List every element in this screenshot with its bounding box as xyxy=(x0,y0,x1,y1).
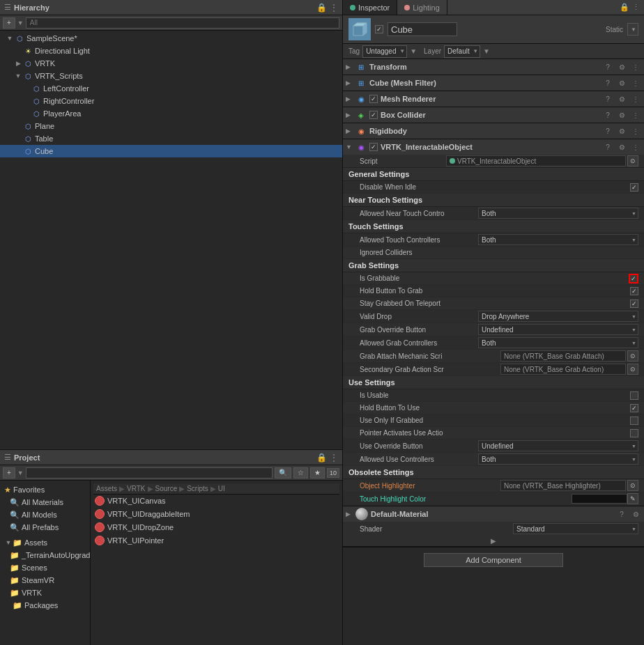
steamvr-folder-item[interactable]: 📁 SteamVR xyxy=(1,574,89,586)
tree-item-cube[interactable]: ▶ ⬡ Cube xyxy=(0,145,342,157)
rigidbody-more-icon[interactable]: ⋮ xyxy=(630,125,641,137)
all-models-item[interactable]: 🔍 All Models xyxy=(1,508,89,521)
asset-item-uidraggable[interactable]: VRTK_UIDraggableItem xyxy=(93,508,339,520)
proj-more-icon[interactable]: ⋮ xyxy=(330,453,338,463)
add-button[interactable]: + xyxy=(3,17,15,29)
boxcollider-header[interactable]: ▶ ◈ Box Collider ? ⚙ ⋮ xyxy=(343,107,644,123)
material-expand-icon[interactable]: ▶ xyxy=(491,537,496,545)
near-touch-dropdown[interactable]: Both xyxy=(478,208,638,219)
project-search[interactable] xyxy=(26,467,273,479)
vrtk-interactable-header[interactable]: ▼ ◉ VRTK_InteractableObject ? ⚙ ⋮ xyxy=(343,139,644,155)
tree-item-dirlight[interactable]: ▶ ☀ Directional Light xyxy=(0,45,342,57)
pointer-activates-checkbox[interactable] xyxy=(630,429,638,437)
eyedropper-btn[interactable]: ✎ xyxy=(627,493,638,504)
tab-inspector[interactable]: Inspector xyxy=(343,0,397,15)
touch-dropdown[interactable]: Both xyxy=(478,234,638,245)
is-grabbable-checkbox[interactable] xyxy=(629,274,638,283)
transform-question-icon[interactable]: ? xyxy=(602,61,613,72)
rigidbody-question-icon[interactable]: ? xyxy=(602,125,613,137)
proj-star-btn[interactable]: ★ xyxy=(310,467,325,479)
tree-item-rightcontroller[interactable]: ▶ ⬡ RightController xyxy=(0,95,342,107)
object-name-input[interactable] xyxy=(388,22,457,36)
tree-item-vrtk-scripts[interactable]: ▼ ⬡ VRTK_Scripts xyxy=(0,70,342,82)
asset-item-uicanvas[interactable]: VRTK_UICanvas xyxy=(93,495,339,507)
allowed-use-dropdown[interactable]: Both xyxy=(478,453,638,465)
use-override-dropdown[interactable]: Undefined xyxy=(478,440,638,451)
breadcrumb-scripts[interactable]: Scripts xyxy=(187,485,208,492)
assets-folder-item[interactable]: ▼ 📁 Assets xyxy=(1,536,89,549)
scenes-folder-item[interactable]: 📁 Scenes xyxy=(1,561,89,574)
vrtk-more-icon[interactable]: ⋮ xyxy=(630,141,641,153)
proj-search-btn[interactable]: 🔍 xyxy=(275,467,291,479)
asset-item-uipointer[interactable]: VRTK_UIPointer xyxy=(93,534,339,547)
lock-icon[interactable]: 🔒 xyxy=(316,3,327,13)
vrtk-checkbox[interactable] xyxy=(369,143,378,151)
object-enabled-checkbox[interactable] xyxy=(375,25,383,33)
transform-header[interactable]: ▶ ⊞ Transform ? ⚙ ⋮ xyxy=(343,59,644,75)
tab-lighting[interactable]: Lighting xyxy=(397,0,447,15)
favorites-item[interactable]: ★ Favorites xyxy=(1,483,89,496)
proj-filter-btn[interactable]: ☆ xyxy=(293,467,308,479)
material-settings-icon[interactable]: ⚙ xyxy=(630,508,641,520)
boxcollider-question-icon[interactable]: ? xyxy=(602,109,613,121)
hold-button-use-checkbox[interactable] xyxy=(630,404,638,412)
proj-add-button[interactable]: + xyxy=(3,467,15,479)
breadcrumb-vrtk[interactable]: VRTK xyxy=(127,485,146,492)
script-select-btn[interactable]: ⊙ xyxy=(627,155,638,166)
grab-override-dropdown[interactable]: Undefined xyxy=(478,324,638,335)
breadcrumb-source[interactable]: Source xyxy=(155,485,178,492)
dropdown-arrow[interactable]: ▼ xyxy=(17,20,24,26)
meshfilter-settings-icon[interactable]: ⚙ xyxy=(616,77,627,88)
vrtk-question-icon[interactable]: ? xyxy=(602,141,613,153)
meshrenderer-more-icon[interactable]: ⋮ xyxy=(630,93,641,104)
rigidbody-settings-icon[interactable]: ⚙ xyxy=(616,125,627,137)
material-header[interactable]: ▶ Default-Material ? ⚙ xyxy=(343,506,644,522)
use-only-grabbed-checkbox[interactable] xyxy=(630,417,638,425)
proj-dropdown-arrow[interactable]: ▼ xyxy=(17,469,24,476)
static-dropdown[interactable] xyxy=(627,23,638,36)
tree-item-scene[interactable]: ▼ ⬡ SampleScene* xyxy=(0,32,342,45)
layer-dropdown[interactable]: Default xyxy=(444,45,480,58)
all-materials-item[interactable]: 🔍 All Materials xyxy=(1,496,89,508)
add-component-button[interactable]: Add Component xyxy=(424,553,563,567)
touch-highlight-swatch[interactable] xyxy=(572,494,627,504)
rigidbody-header[interactable]: ▶ ◉ Rigidbody ? ⚙ ⋮ xyxy=(343,123,644,139)
obj-highlighter-select-btn[interactable]: ⊙ xyxy=(627,480,638,491)
tree-item-playerarea[interactable]: ▶ ⬡ PlayerArea xyxy=(0,107,342,120)
meshrenderer-question-icon[interactable]: ? xyxy=(602,93,613,104)
meshrenderer-checkbox[interactable] xyxy=(369,95,378,103)
tag-dropdown[interactable]: Untagged xyxy=(362,45,407,58)
shader-dropdown[interactable]: Standard xyxy=(513,523,638,534)
meshfilter-question-icon[interactable]: ? xyxy=(602,77,613,88)
terrain-folder-item[interactable]: 📁 _TerrainAutoUpgrade xyxy=(1,549,89,561)
vrtk-settings-icon[interactable]: ⚙ xyxy=(616,141,627,153)
grab-attach-select-btn[interactable]: ⊙ xyxy=(627,350,638,362)
material-question-icon[interactable]: ? xyxy=(616,508,627,520)
secondary-grab-select-btn[interactable]: ⊙ xyxy=(627,364,638,375)
tree-item-table[interactable]: ▶ ⬡ Table xyxy=(0,132,342,145)
more-header-icon[interactable]: ⋮ xyxy=(632,3,640,12)
lock-header-icon[interactable]: 🔒 xyxy=(620,3,629,12)
packages-folder-item[interactable]: ▶ 📁 Packages xyxy=(1,599,89,612)
valid-drop-dropdown[interactable]: Drop Anywhere xyxy=(478,311,638,322)
boxcollider-checkbox[interactable] xyxy=(369,111,378,119)
boxcollider-settings-icon[interactable]: ⚙ xyxy=(616,109,627,121)
proj-lock-icon[interactable]: 🔒 xyxy=(316,453,327,463)
hold-button-grab-checkbox[interactable] xyxy=(630,287,638,295)
tree-item-leftcontroller[interactable]: ▶ ⬡ LeftController xyxy=(0,82,342,95)
allowed-grab-dropdown[interactable]: Both xyxy=(478,337,638,348)
stay-grabbed-checkbox[interactable] xyxy=(630,300,638,308)
asset-item-uidropzone[interactable]: VRTK_UIDropZone xyxy=(93,521,339,534)
more-icon[interactable]: ⋮ xyxy=(330,3,338,13)
is-usable-checkbox[interactable] xyxy=(630,391,638,400)
meshrenderer-settings-icon[interactable]: ⚙ xyxy=(616,93,627,104)
disable-when-idle-checkbox[interactable] xyxy=(630,183,638,192)
boxcollider-more-icon[interactable]: ⋮ xyxy=(630,109,641,121)
transform-more-icon[interactable]: ⋮ xyxy=(630,61,641,72)
vrtk-folder-item[interactable]: 📁 VRTK xyxy=(1,586,89,599)
tree-item-plane[interactable]: ▶ ⬡ Plane xyxy=(0,120,342,132)
all-prefabs-item[interactable]: 🔍 All Prefabs xyxy=(1,521,89,534)
tree-item-vrtk[interactable]: ▶ ⬡ VRTK xyxy=(0,57,342,70)
meshfilter-header[interactable]: ▶ ⊞ Cube (Mesh Filter) ? ⚙ ⋮ xyxy=(343,75,644,91)
meshrenderer-header[interactable]: ▶ ◉ Mesh Renderer ? ⚙ ⋮ xyxy=(343,91,644,107)
